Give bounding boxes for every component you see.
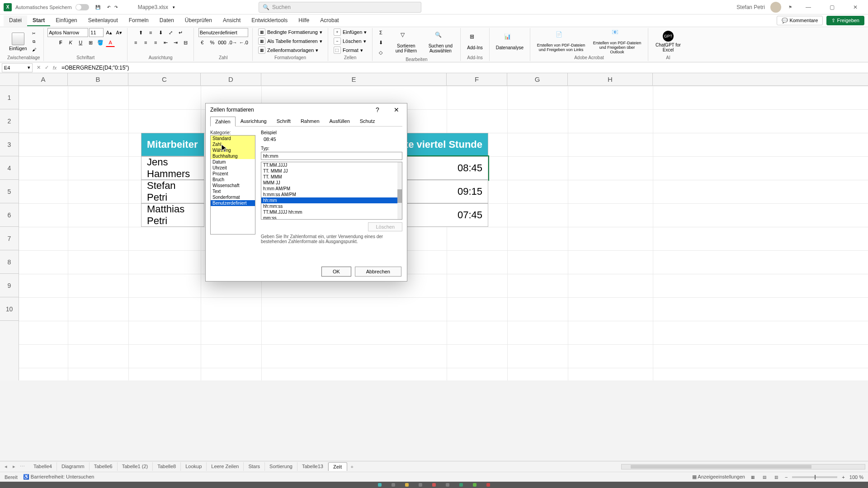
category-item[interactable]: Prozent: [211, 171, 255, 177]
zoom-out-button[interactable]: −: [785, 474, 788, 480]
header-mitarbeiter[interactable]: Mitarbeiter: [141, 133, 204, 156]
row-header[interactable]: 3: [0, 133, 19, 156]
increase-font-icon[interactable]: A▴: [104, 28, 113, 37]
formula-input[interactable]: =OBERGRENZE(D4;"0:15"): [59, 63, 868, 72]
name-box[interactable]: E4▾: [2, 63, 33, 72]
type-input[interactable]: [261, 152, 402, 160]
find-select-button[interactable]: 🔍 Suchen und Auswählen: [424, 31, 457, 54]
font-size-select[interactable]: [89, 28, 104, 37]
ribbon-tab-datei[interactable]: Datei: [4, 15, 27, 26]
format-item[interactable]: mm:ss: [261, 215, 402, 220]
insert-cells-button[interactable]: +Einfügen ▾: [332, 28, 368, 36]
comma-icon[interactable]: 000: [217, 38, 226, 47]
data-analysis-button[interactable]: 📊 Datenanalyse: [493, 33, 526, 51]
create-pdf-outlook-button[interactable]: 📧 Erstellen von PDF-Dateien und Freigebe…: [590, 28, 644, 55]
horizontal-scrollbar[interactable]: [621, 464, 865, 469]
close-button[interactable]: ✕: [846, 0, 864, 14]
cell-mitarbeiter[interactable]: Jens Hammers: [141, 156, 204, 180]
addins-button[interactable]: ⊞ Add-Ins: [464, 33, 485, 51]
row-header[interactable]: 5: [0, 180, 19, 203]
sheet-tab[interactable]: Tabelle8: [153, 462, 181, 471]
dialog-tab-schrift[interactable]: Schrift: [272, 116, 296, 126]
save-icon[interactable]: 💾: [94, 4, 102, 11]
sheet-tab[interactable]: Diagramm: [57, 462, 90, 471]
format-as-table-button[interactable]: ▦Als Tabelle formatieren ▾: [256, 37, 324, 45]
category-item[interactable]: Benutzerdefiniert: [211, 200, 255, 206]
column-header[interactable]: C: [128, 73, 201, 85]
row-header[interactable]: 7: [0, 227, 19, 250]
format-item[interactable]: hh:mm: [261, 197, 402, 203]
clear-icon[interactable]: ◇: [376, 48, 385, 57]
share-button[interactable]: ⇪ Freigeben: [826, 16, 864, 25]
row-header[interactable]: 2: [0, 109, 19, 133]
align-bottom-icon[interactable]: ⬇: [156, 28, 165, 37]
fill-color-icon[interactable]: 🪣: [96, 38, 105, 47]
scrollbar[interactable]: [397, 162, 402, 219]
enter-formula-icon[interactable]: ✓: [42, 64, 51, 72]
align-right-icon[interactable]: ≡: [151, 38, 160, 47]
category-list[interactable]: StandardZahlWährungBuchhaltungDatumUhrze…: [210, 135, 255, 235]
format-cells-button[interactable]: ⬚Format ▾: [332, 46, 365, 54]
accessibility-status[interactable]: ♿ Barrierefreiheit: Untersuchen: [23, 474, 94, 480]
column-header[interactable]: E: [261, 73, 447, 85]
dialog-tab-ausrichtung[interactable]: Ausrichtung: [236, 116, 272, 126]
zoom-level[interactable]: 100 %: [849, 474, 863, 480]
ribbon-tab-hilfe[interactable]: Hilfe: [293, 15, 315, 26]
format-item[interactable]: TT.MM.JJJJ hh:mm: [261, 209, 402, 215]
cancel-formula-icon[interactable]: ✕: [34, 64, 42, 72]
sheet-tab[interactable]: Leere Zeilen: [207, 462, 244, 471]
category-item[interactable]: Uhrzeit: [211, 165, 255, 171]
ribbon-tab-seitenlayout[interactable]: Seitenlayout: [83, 15, 123, 26]
dialog-tab-schutz[interactable]: Schutz: [355, 116, 380, 126]
cut-icon[interactable]: ✂: [30, 30, 38, 37]
create-pdf-link-button[interactable]: 📄 Erstellen von PDF-Dateien und Freigebe…: [534, 30, 588, 53]
borders-icon[interactable]: ⊞: [86, 38, 95, 47]
sheet-tab[interactable]: Sortierung: [265, 462, 297, 471]
redo-icon[interactable]: ↷: [113, 4, 120, 11]
sheet-tab[interactable]: Tabelle6: [90, 462, 118, 471]
comments-button[interactable]: 💬 Kommentare: [777, 16, 823, 25]
ribbon-tab-acrobat[interactable]: Acrobat: [315, 15, 344, 26]
column-header[interactable]: A: [19, 73, 68, 85]
category-item[interactable]: Zahl: [211, 141, 255, 147]
zoom-slider[interactable]: [792, 476, 837, 478]
column-header[interactable]: G: [507, 73, 568, 85]
chatgpt-button[interactable]: GPT ChatGPT for Excel: [652, 30, 684, 53]
category-item[interactable]: Bruch: [211, 177, 255, 183]
add-sheet-button[interactable]: +: [347, 463, 357, 471]
display-settings[interactable]: ▦ Anzeigeeinstellungen: [692, 474, 745, 480]
undo-icon[interactable]: ↶: [105, 4, 113, 11]
dialog-tab-rahmen[interactable]: Rahmen: [296, 116, 325, 126]
ribbon-tab-überprüfen[interactable]: Überprüfen: [179, 15, 217, 26]
fx-icon[interactable]: fx: [51, 64, 59, 72]
increase-decimal-icon[interactable]: .0→: [228, 38, 238, 47]
autosave-toggle[interactable]: [75, 4, 89, 10]
row-header[interactable]: 9: [0, 274, 19, 297]
maximize-button[interactable]: ▢: [823, 0, 841, 14]
column-header[interactable]: H: [568, 73, 653, 85]
number-format-select[interactable]: [198, 28, 248, 37]
zoom-in-button[interactable]: +: [842, 474, 844, 480]
conditional-formatting-button[interactable]: ▦Bedingte Formatierung ▾: [256, 28, 324, 36]
category-item[interactable]: Buchhaltung: [211, 153, 255, 159]
sheet-nav[interactable]: ◂▸⋯: [3, 464, 25, 469]
bold-button[interactable]: F: [56, 38, 65, 47]
scrollbar-thumb[interactable]: [397, 189, 402, 203]
sort-filter-button[interactable]: ▽ Sortieren und Filtern: [390, 31, 422, 54]
sheet-tab[interactable]: Tabelle4: [29, 462, 57, 471]
format-item[interactable]: TT.MM.JJJJ: [261, 162, 402, 168]
ribbon-tab-entwicklertools[interactable]: Entwicklertools: [246, 15, 293, 26]
tray-icon[interactable]: ⚑: [787, 4, 794, 11]
increase-indent-icon[interactable]: ⇥: [171, 38, 180, 47]
format-item[interactable]: TT. MMM JJ: [261, 168, 402, 174]
row-header[interactable]: 1: [0, 86, 19, 109]
view-pagebreak-icon[interactable]: ▥: [773, 474, 780, 481]
taskbar[interactable]: [0, 482, 868, 488]
sheet-tab[interactable]: Zeit: [328, 462, 347, 471]
paste-button[interactable]: Einfügen: [7, 31, 28, 53]
category-item[interactable]: Wissenschaft: [211, 183, 255, 188]
view-layout-icon[interactable]: ▤: [761, 474, 769, 481]
underline-button[interactable]: U: [76, 38, 85, 47]
column-header[interactable]: B: [68, 73, 128, 85]
help-button[interactable]: ?: [372, 104, 383, 116]
